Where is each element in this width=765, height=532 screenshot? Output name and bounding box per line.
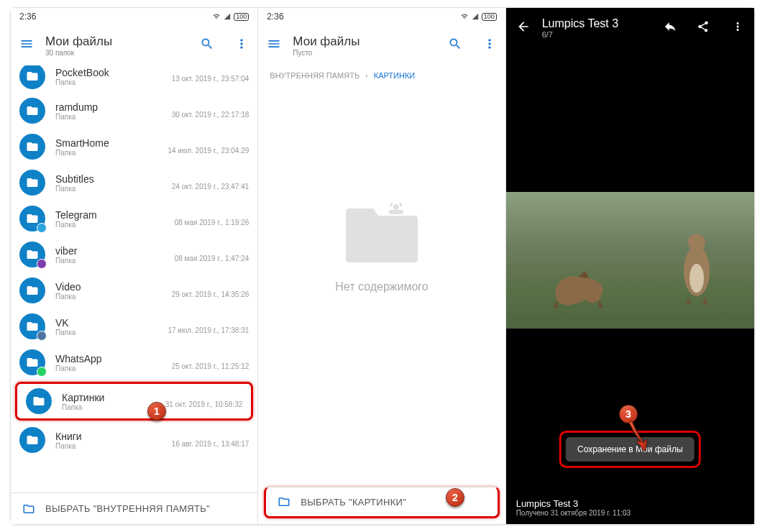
chevron-right-icon: › xyxy=(365,71,368,80)
forward-icon[interactable] xyxy=(661,19,675,37)
more-icon[interactable] xyxy=(234,37,249,55)
folder-type: Папка xyxy=(62,403,155,411)
more-icon[interactable] xyxy=(482,37,497,55)
status-bar: 2:36 100 xyxy=(11,8,257,25)
folder-date: 17 июл. 2019 г., 17:38:31 xyxy=(168,326,249,334)
folder-type: Папка xyxy=(55,78,162,86)
svg-point-0 xyxy=(393,204,399,210)
menu-icon[interactable] xyxy=(19,37,34,55)
folder-item[interactable]: PocketBook Папка 13 окт. 2019 г., 23:57:… xyxy=(11,65,257,93)
select-folder-button[interactable]: ВЫБРАТЬ "КАРТИНКИ" xyxy=(264,487,499,518)
folder-icon xyxy=(19,98,45,124)
share-icon[interactable] xyxy=(697,20,710,36)
menu-icon[interactable] xyxy=(267,37,281,55)
folder-info: ramdump Папка xyxy=(55,101,162,121)
folder-item[interactable]: Video Папка 29 окт. 2019 г., 14:35:26 xyxy=(11,272,257,308)
folder-icon xyxy=(19,242,45,267)
app-bar: Мои файлы Пусто xyxy=(258,25,505,65)
folder-list[interactable]: PocketBook Папка 13 окт. 2019 г., 23:57:… xyxy=(11,65,257,458)
folder-date: 25 окт. 2019 г., 11:25:12 xyxy=(172,362,249,370)
folder-type: Папка xyxy=(55,442,162,450)
viewer-footer: Lumpics Test 3 Получено 31 октября 2019 … xyxy=(506,491,754,524)
folder-date: 31 окт. 2019 г., 10:58:32 xyxy=(165,400,243,408)
arrow-3 xyxy=(623,419,659,458)
folder-name: Картинки xyxy=(62,392,155,403)
clock: 2:36 xyxy=(19,12,36,22)
search-icon[interactable] xyxy=(448,37,462,55)
clock: 2:36 xyxy=(267,12,283,22)
folder-info: Video Папка xyxy=(55,281,162,301)
folder-type: Папка xyxy=(55,149,157,157)
folder-item[interactable]: Картинки Папка 31 окт. 2019 г., 10:58:32 xyxy=(15,382,253,421)
app-title: Мои файлы Пусто xyxy=(293,35,427,57)
breadcrumb-current[interactable]: КАРТИНКИ xyxy=(374,71,415,80)
folder-info: Картинки Папка xyxy=(62,392,155,411)
pane-file-list: 2:36 100 Мои файлы 30 папок PocketBook П… xyxy=(11,8,258,524)
folder-icon xyxy=(19,278,45,303)
folder-date: 08 мая 2019 г., 1:47:24 xyxy=(175,254,249,262)
folder-icon xyxy=(19,206,45,231)
status-icons: 100 xyxy=(212,13,249,21)
folder-type: Папка xyxy=(55,293,162,301)
folder-name: ramdump xyxy=(55,101,162,113)
viewer-header: Lumpics Test 3 6/7 xyxy=(506,8,754,48)
folder-name: Книги xyxy=(55,431,162,442)
more-icon[interactable] xyxy=(731,20,744,36)
svg-rect-1 xyxy=(389,210,403,214)
folder-type: Папка xyxy=(55,221,165,229)
folder-date: 16 авг. 2019 г., 13:48:17 xyxy=(172,440,249,448)
folder-date: 29 окт. 2019 г., 14:35:26 xyxy=(172,290,249,298)
svg-point-6 xyxy=(690,264,704,293)
folder-date: 13 окт. 2019 г., 23:57:04 xyxy=(172,75,249,83)
image-content[interactable] xyxy=(506,192,754,329)
folder-icon xyxy=(26,388,52,414)
svg-point-5 xyxy=(688,234,705,251)
folder-icon xyxy=(19,427,45,453)
folder-item[interactable]: viber Папка 08 мая 2019 г., 1:47:24 xyxy=(11,237,257,272)
folder-info: viber Папка xyxy=(55,245,165,265)
folder-item[interactable]: ramdump Папка 30 окт. 2019 г., 22:17:18 xyxy=(11,93,257,129)
folder-info: VK Папка xyxy=(55,317,157,336)
status-bar: 2:36 100 xyxy=(258,8,505,25)
folder-item[interactable]: VK Папка 17 июл. 2019 г., 17:38:31 xyxy=(11,308,257,344)
folder-name: Video xyxy=(55,281,162,293)
back-icon[interactable] xyxy=(516,19,531,37)
select-location-button[interactable]: ВЫБРАТЬ "ВНУТРЕННЯЯ ПАМЯТЬ" xyxy=(11,492,257,524)
folder-info: PocketBook Папка xyxy=(55,67,162,86)
folder-type: Папка xyxy=(55,113,162,121)
folder-info: Telegram Папка xyxy=(55,209,165,229)
folder-icon xyxy=(19,134,45,160)
folder-type: Папка xyxy=(55,329,157,336)
folder-item[interactable]: Subtitles Папка 24 окт. 2019 г., 23:47:4… xyxy=(11,165,257,201)
folder-type: Папка xyxy=(55,364,162,372)
callout-1: 1 xyxy=(147,402,166,421)
battery-icon: 100 xyxy=(234,13,249,21)
folder-item[interactable]: SmartHome Папка 14 июл. 2019 г., 23:04:2… xyxy=(11,129,257,165)
folder-info: Книги Папка xyxy=(55,431,162,450)
callout-2: 2 xyxy=(446,488,464,507)
folder-item[interactable]: Книги Папка 16 авг. 2019 г., 13:48:17 xyxy=(11,422,257,458)
app-bar: Мои файлы 30 папок xyxy=(11,25,257,65)
status-icons: 100 xyxy=(460,13,497,21)
folder-icon xyxy=(19,170,45,196)
folder-item[interactable]: Telegram Папка 08 мая 2019 г., 1:19:26 xyxy=(11,201,257,237)
folder-item[interactable]: WhatsApp Папка 25 окт. 2019 г., 11:25:12 xyxy=(11,344,257,380)
pane-empty-folder: 2:36 100 Мои файлы Пусто ВНУТРЕННЯЯ ПАМЯ… xyxy=(258,8,505,524)
folder-name: WhatsApp xyxy=(55,353,162,364)
svg-rect-2 xyxy=(390,203,393,206)
folder-name: PocketBook xyxy=(55,67,162,78)
folder-type: Папка xyxy=(55,257,165,265)
app-title: Мои файлы 30 папок xyxy=(45,35,180,57)
svg-rect-3 xyxy=(400,203,402,206)
folder-info: SmartHome Папка xyxy=(55,137,157,157)
battery-icon: 100 xyxy=(482,13,497,21)
folder-name: viber xyxy=(55,245,165,257)
folder-name: VK xyxy=(55,317,157,329)
empty-state: Нет содержимого xyxy=(258,86,505,402)
breadcrumb-root[interactable]: ВНУТРЕННЯЯ ПАМЯТЬ xyxy=(270,71,359,80)
folder-icon xyxy=(19,65,45,89)
folder-name: SmartHome xyxy=(55,137,157,149)
search-icon[interactable] xyxy=(200,37,214,55)
breadcrumb[interactable]: ВНУТРЕННЯЯ ПАМЯТЬ › КАРТИНКИ xyxy=(258,65,505,86)
folder-date: 14 июл. 2019 г., 23:04:29 xyxy=(168,147,249,155)
